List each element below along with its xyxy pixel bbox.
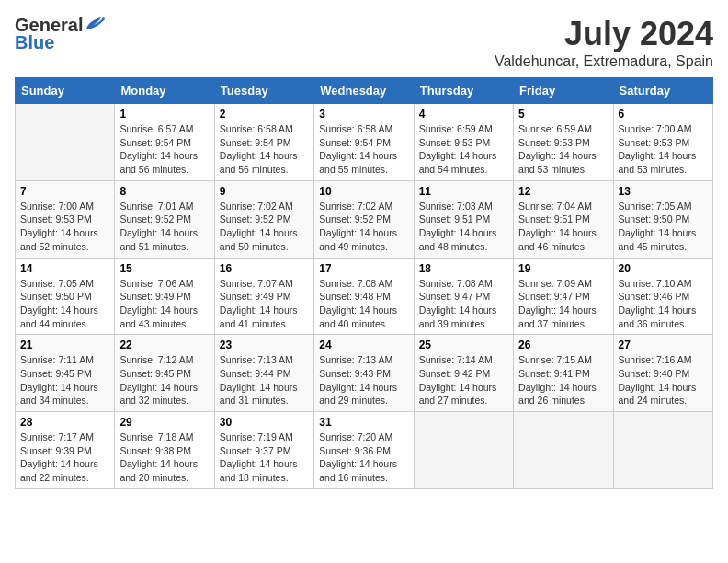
calendar-cell: 22Sunrise: 7:12 AM Sunset: 9:45 PM Dayli… bbox=[115, 335, 214, 412]
day-info: Sunrise: 7:07 AM Sunset: 9:49 PM Dayligh… bbox=[220, 277, 309, 331]
day-info: Sunrise: 7:10 AM Sunset: 9:46 PM Dayligh… bbox=[619, 277, 708, 331]
day-info: Sunrise: 7:13 AM Sunset: 9:44 PM Dayligh… bbox=[220, 353, 309, 408]
day-number: 8 bbox=[119, 185, 209, 198]
calendar-cell: 7Sunrise: 7:00 AM Sunset: 9:53 PM Daylig… bbox=[16, 180, 115, 258]
day-number: 30 bbox=[220, 416, 309, 429]
day-info: Sunrise: 7:05 AM Sunset: 9:50 PM Dayligh… bbox=[20, 277, 109, 331]
calendar-cell: 5Sunrise: 6:59 AM Sunset: 9:53 PM Daylig… bbox=[514, 104, 613, 181]
calendar-cell: 19Sunrise: 7:09 AM Sunset: 9:47 PM Dayli… bbox=[514, 258, 613, 335]
calendar-cell: 20Sunrise: 7:10 AM Sunset: 9:46 PM Dayli… bbox=[613, 258, 712, 335]
day-number: 19 bbox=[518, 262, 608, 275]
day-number: 24 bbox=[319, 339, 408, 351]
day-number: 4 bbox=[419, 108, 508, 121]
calendar-cell: 24Sunrise: 7:13 AM Sunset: 9:43 PM Dayli… bbox=[314, 335, 414, 412]
calendar-cell: 4Sunrise: 6:59 AM Sunset: 9:53 PM Daylig… bbox=[414, 104, 513, 181]
column-header-sunday: Sunday bbox=[16, 78, 115, 104]
calendar-cell bbox=[16, 104, 115, 181]
calendar-cell: 8Sunrise: 7:01 AM Sunset: 9:52 PM Daylig… bbox=[115, 180, 214, 258]
calendar-cell bbox=[514, 412, 613, 489]
day-info: Sunrise: 7:00 AM Sunset: 9:53 PM Dayligh… bbox=[20, 200, 109, 254]
day-info: Sunrise: 7:11 AM Sunset: 9:45 PM Dayligh… bbox=[20, 353, 109, 408]
day-number: 26 bbox=[518, 339, 608, 351]
logo: General Blue bbox=[15, 15, 105, 53]
calendar-cell: 21Sunrise: 7:11 AM Sunset: 9:45 PM Dayli… bbox=[16, 335, 115, 412]
calendar-cell: 12Sunrise: 7:04 AM Sunset: 9:51 PM Dayli… bbox=[514, 180, 613, 258]
day-number: 9 bbox=[220, 185, 309, 198]
day-number: 27 bbox=[619, 339, 708, 351]
day-number: 1 bbox=[119, 108, 209, 121]
day-number: 10 bbox=[319, 185, 408, 198]
day-number: 12 bbox=[518, 185, 608, 198]
month-year: July 2024 bbox=[495, 15, 713, 53]
day-info: Sunrise: 7:02 AM Sunset: 9:52 PM Dayligh… bbox=[319, 200, 408, 254]
calendar-cell: 14Sunrise: 7:05 AM Sunset: 9:50 PM Dayli… bbox=[16, 258, 115, 335]
day-info: Sunrise: 7:16 AM Sunset: 9:40 PM Dayligh… bbox=[619, 353, 708, 408]
day-number: 16 bbox=[220, 262, 309, 275]
day-number: 23 bbox=[220, 339, 309, 351]
calendar-cell: 16Sunrise: 7:07 AM Sunset: 9:49 PM Dayli… bbox=[214, 258, 313, 335]
column-header-monday: Monday bbox=[115, 78, 214, 104]
column-header-thursday: Thursday bbox=[414, 78, 513, 104]
calendar-cell: 18Sunrise: 7:08 AM Sunset: 9:47 PM Dayli… bbox=[414, 258, 513, 335]
day-info: Sunrise: 7:13 AM Sunset: 9:43 PM Dayligh… bbox=[319, 353, 408, 408]
column-header-friday: Friday bbox=[514, 78, 613, 104]
day-number: 14 bbox=[20, 262, 109, 275]
column-header-wednesday: Wednesday bbox=[314, 78, 414, 104]
day-info: Sunrise: 7:06 AM Sunset: 9:49 PM Dayligh… bbox=[119, 277, 209, 331]
day-info: Sunrise: 6:59 AM Sunset: 9:53 PM Dayligh… bbox=[518, 122, 608, 177]
day-info: Sunrise: 7:05 AM Sunset: 9:50 PM Dayligh… bbox=[619, 200, 708, 254]
day-info: Sunrise: 7:15 AM Sunset: 9:41 PM Dayligh… bbox=[518, 353, 608, 408]
day-info: Sunrise: 7:00 AM Sunset: 9:53 PM Dayligh… bbox=[619, 122, 708, 177]
calendar-cell: 27Sunrise: 7:16 AM Sunset: 9:40 PM Dayli… bbox=[613, 335, 712, 412]
day-info: Sunrise: 6:59 AM Sunset: 9:53 PM Dayligh… bbox=[419, 122, 508, 177]
column-header-tuesday: Tuesday bbox=[214, 78, 313, 104]
day-info: Sunrise: 7:19 AM Sunset: 9:37 PM Dayligh… bbox=[220, 431, 309, 485]
calendar-week-row: 7Sunrise: 7:00 AM Sunset: 9:53 PM Daylig… bbox=[16, 180, 713, 258]
calendar-cell bbox=[613, 412, 712, 489]
day-info: Sunrise: 6:58 AM Sunset: 9:54 PM Dayligh… bbox=[319, 122, 408, 177]
calendar-week-row: 28Sunrise: 7:17 AM Sunset: 9:39 PM Dayli… bbox=[16, 412, 713, 489]
calendar-cell: 26Sunrise: 7:15 AM Sunset: 9:41 PM Dayli… bbox=[514, 335, 613, 412]
column-header-saturday: Saturday bbox=[613, 78, 712, 104]
day-number: 6 bbox=[619, 108, 708, 121]
logo-bird-icon bbox=[85, 16, 105, 32]
day-number: 20 bbox=[619, 262, 708, 275]
calendar-header-row: SundayMondayTuesdayWednesdayThursdayFrid… bbox=[16, 78, 713, 104]
day-info: Sunrise: 6:57 AM Sunset: 9:54 PM Dayligh… bbox=[119, 122, 209, 177]
calendar-cell bbox=[414, 412, 513, 489]
day-number: 15 bbox=[119, 262, 209, 275]
day-info: Sunrise: 7:03 AM Sunset: 9:51 PM Dayligh… bbox=[419, 200, 508, 254]
calendar-week-row: 21Sunrise: 7:11 AM Sunset: 9:45 PM Dayli… bbox=[16, 335, 713, 412]
calendar-week-row: 1Sunrise: 6:57 AM Sunset: 9:54 PM Daylig… bbox=[16, 104, 713, 181]
calendar-cell: 25Sunrise: 7:14 AM Sunset: 9:42 PM Dayli… bbox=[414, 335, 513, 412]
calendar-cell: 9Sunrise: 7:02 AM Sunset: 9:52 PM Daylig… bbox=[214, 180, 313, 258]
day-info: Sunrise: 7:01 AM Sunset: 9:52 PM Dayligh… bbox=[119, 200, 209, 254]
day-info: Sunrise: 7:04 AM Sunset: 9:51 PM Dayligh… bbox=[518, 200, 608, 254]
day-info: Sunrise: 7:20 AM Sunset: 9:36 PM Dayligh… bbox=[319, 431, 408, 485]
day-number: 11 bbox=[419, 185, 508, 198]
day-number: 2 bbox=[220, 108, 309, 121]
day-number: 21 bbox=[20, 339, 109, 351]
calendar-cell: 11Sunrise: 7:03 AM Sunset: 9:51 PM Dayli… bbox=[414, 180, 513, 258]
calendar-cell: 23Sunrise: 7:13 AM Sunset: 9:44 PM Dayli… bbox=[214, 335, 313, 412]
day-number: 18 bbox=[419, 262, 508, 275]
day-info: Sunrise: 7:17 AM Sunset: 9:39 PM Dayligh… bbox=[20, 431, 109, 485]
day-info: Sunrise: 7:08 AM Sunset: 9:48 PM Dayligh… bbox=[319, 277, 408, 331]
calendar-cell: 3Sunrise: 6:58 AM Sunset: 9:54 PM Daylig… bbox=[314, 104, 414, 181]
header: General Blue July 2024 Valdehuncar, Extr… bbox=[15, 15, 713, 70]
day-number: 22 bbox=[119, 339, 209, 351]
day-info: Sunrise: 7:02 AM Sunset: 9:52 PM Dayligh… bbox=[220, 200, 309, 254]
title-area: July 2024 Valdehuncar, Extremadura, Spai… bbox=[495, 15, 713, 70]
calendar-cell: 28Sunrise: 7:17 AM Sunset: 9:39 PM Dayli… bbox=[16, 412, 115, 489]
calendar-cell: 29Sunrise: 7:18 AM Sunset: 9:38 PM Dayli… bbox=[115, 412, 214, 489]
day-number: 5 bbox=[518, 108, 608, 121]
calendar-cell: 6Sunrise: 7:00 AM Sunset: 9:53 PM Daylig… bbox=[613, 104, 712, 181]
calendar-table: SundayMondayTuesdayWednesdayThursdayFrid… bbox=[15, 77, 713, 489]
day-number: 31 bbox=[319, 416, 408, 429]
calendar-cell: 10Sunrise: 7:02 AM Sunset: 9:52 PM Dayli… bbox=[314, 180, 414, 258]
day-number: 3 bbox=[319, 108, 408, 121]
calendar-cell: 31Sunrise: 7:20 AM Sunset: 9:36 PM Dayli… bbox=[314, 412, 414, 489]
calendar-cell: 15Sunrise: 7:06 AM Sunset: 9:49 PM Dayli… bbox=[115, 258, 214, 335]
day-number: 25 bbox=[419, 339, 508, 351]
calendar-cell: 13Sunrise: 7:05 AM Sunset: 9:50 PM Dayli… bbox=[613, 180, 712, 258]
